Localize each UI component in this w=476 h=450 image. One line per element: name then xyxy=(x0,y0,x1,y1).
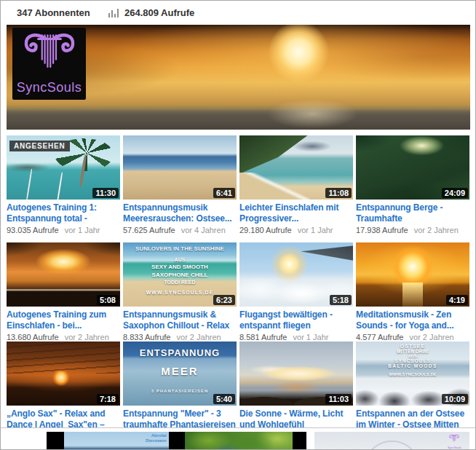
video-card[interactable]: 4:19 Meditationsmusik - Zen Sounds - for… xyxy=(356,242,469,342)
video-title-link[interactable]: Entspannungsmusik & Saxophon Chillout - … xyxy=(123,309,237,331)
video-thumbnail[interactable]: 4:19 xyxy=(356,242,469,307)
channel-page: 347 Abonnenten 264.809 Aufrufe SyncSouls… xyxy=(0,0,476,450)
video-thumbnail[interactable]: SUNLOVERS IN THE SUNSHINEAUSSEXY AND SMO… xyxy=(123,242,237,307)
video-age: vor 2 Jahren xyxy=(65,333,109,342)
mini-syncsouls-logo: SyncSouls xyxy=(447,433,461,449)
video-title-link[interactable]: Meditationsmusik - Zen Sounds - for Yoga… xyxy=(356,309,469,331)
mini-logo-text: SyncSouls xyxy=(447,446,461,449)
video-age: vor 2 Jahren xyxy=(410,333,454,342)
thumbnail-overlay-line: AUS xyxy=(123,257,237,262)
video-card[interactable]: 5:08 Autogenes Training zum Einschlafen … xyxy=(7,242,120,342)
duration-badge: 5:40 xyxy=(213,394,235,404)
video-views: 57.625 Aufrufe xyxy=(123,226,175,234)
thumbnail-overlay-line: SYNCSOULS xyxy=(356,358,469,363)
channel-banner: SyncSouls xyxy=(7,25,470,130)
thumbnail-overlay-line: SUNLOVERS IN THE SUNSHINE xyxy=(123,245,237,252)
video-card[interactable]: 6:41 Entspannungsmusik Meeresrauschen: O… xyxy=(123,135,237,235)
video-views: 93.035 Aufrufe xyxy=(7,226,59,234)
thumbnail-speaker-names: AbrolatDiesmann xyxy=(146,433,167,443)
channel-logo-text: SyncSouls xyxy=(12,80,86,95)
duration-badge: 5:08 xyxy=(97,295,119,305)
video-meta: 93.035 Aufrufe vor 1 Jahr xyxy=(7,226,120,235)
duration-badge: 11:30 xyxy=(92,188,119,198)
video-title-link[interactable]: Entspannungsmusik Meeresrauschen: Ostsee… xyxy=(123,202,237,224)
thumbnail-overlay-line: MEER xyxy=(123,365,237,377)
video-title-link[interactable]: Autogenes Training zum Einschlafen - bei… xyxy=(7,309,120,331)
shelf-video-thumbnail[interactable]: SyncSouls xyxy=(314,432,469,450)
shelf-video-thumbnail[interactable]: AbrolatDiesmann xyxy=(47,432,180,450)
video-meta: 17.938 Aufrufe vor 2 Jahren xyxy=(356,226,469,235)
video-age: vor 1 Jahr xyxy=(293,333,329,342)
video-age: vor 4 Jahren xyxy=(181,226,226,234)
video-card[interactable]: ENTSPANNUNGMEER3 PHANTASIEREISEN 5:40 En… xyxy=(123,342,237,430)
thumbnail-overlay-line: OSTSEE xyxy=(356,344,469,349)
duration-badge: 10:09 xyxy=(442,394,468,404)
subscriber-count: 347 Abonnenten xyxy=(17,1,90,25)
channel-stats-bar: 347 Abonnenten 264.809 Aufrufe xyxy=(1,1,475,25)
channel-views: 264.809 Aufrufe xyxy=(108,1,194,25)
duration-badge: 24:09 xyxy=(442,188,468,198)
duration-badge: 6:23 xyxy=(213,295,235,305)
video-thumbnail[interactable]: 7:18 xyxy=(7,342,120,406)
video-title-link[interactable]: Entspannung Berge - Traumhafte Phantasie… xyxy=(356,202,469,224)
video-age: vor 2 Jahren xyxy=(414,226,459,234)
video-card[interactable]: 7:18 „Anglo Sax" - Relax and Dance | Ang… xyxy=(7,342,120,430)
video-card[interactable]: ANGESEHEN 11:30 Autogenes Training 1: En… xyxy=(7,135,120,235)
video-thumbnail[interactable]: 24:09 xyxy=(356,135,469,200)
duration-badge: 7:18 xyxy=(97,394,119,404)
video-card[interactable]: 11:03 Die Sonne - Wärme, Licht und Wohlg… xyxy=(239,342,353,430)
thumbnail-overlay-line: MITTEN DRIN! xyxy=(356,349,469,354)
lyre-icon xyxy=(17,31,82,77)
thumbnail-overlay-text: SUNLOVERS IN THE SUNSHINEAUSSEXY AND SMO… xyxy=(123,242,237,295)
video-thumbnail[interactable]: 11:03 xyxy=(239,342,353,406)
watched-badge: ANGESEHEN xyxy=(9,141,70,151)
video-age: vor 2 Jahren xyxy=(177,333,221,342)
video-thumbnail[interactable]: OSTSEEMITTEN DRIN!AUSSYNCSOULSBALTIC MOO… xyxy=(356,342,469,406)
video-title-link[interactable]: Autogenes Training 1: Entspannung total … xyxy=(7,202,120,224)
video-title-link[interactable]: Leichter Einschlafen mit Progressiver... xyxy=(239,202,353,224)
video-thumbnail[interactable]: 11:08 xyxy=(239,135,353,200)
thumbnail-overlay-text: ENTSPANNUNGMEER3 PHANTASIEREISEN xyxy=(123,342,237,393)
video-thumbnail[interactable]: ENTSPANNUNGMEER3 PHANTASIEREISEN 5:40 xyxy=(123,342,237,406)
channel-logo[interactable]: SyncSouls xyxy=(12,28,86,100)
video-card[interactable]: 11:08 Leichter Einschlafen mit Progressi… xyxy=(239,135,353,235)
bar-chart-icon xyxy=(108,9,120,17)
thumbnail-overlay-line: WWW.SYNCSOULS.DE xyxy=(123,290,237,295)
video-card[interactable]: 24:09 Entspannung Berge - Traumhafte Pha… xyxy=(356,135,469,235)
duration-badge: 11:03 xyxy=(325,394,352,404)
video-title-link[interactable]: Flugangst bewältigen - entspannt fliegen xyxy=(239,309,353,331)
thumbnail-overlay-line: WWW.SYNCSOULS.DE xyxy=(356,372,469,376)
video-card[interactable]: SUNLOVERS IN THE SUNSHINEAUSSEXY AND SMO… xyxy=(123,242,237,342)
thumbnail-overlay-line: SAXOPHONE CHILL xyxy=(123,272,237,278)
thumbnail-overlay-text: OSTSEEMITTEN DRIN!AUSSYNCSOULSBALTIC MOO… xyxy=(356,342,469,376)
video-thumbnail[interactable]: 5:08 xyxy=(7,242,120,307)
duration-badge: 4:19 xyxy=(446,295,468,305)
lyre-icon xyxy=(447,434,461,443)
video-thumbnail[interactable]: ANGESEHEN 11:30 xyxy=(7,135,120,200)
video-age: vor 1 Jahr xyxy=(65,226,100,234)
shelf-video-thumbnail[interactable] xyxy=(180,432,306,450)
thumbnail-overlay-line: SEXY AND SMOOTH xyxy=(123,264,237,270)
duration-badge: 11:08 xyxy=(325,188,352,198)
video-meta: 57.625 Aufrufe vor 4 Jahren xyxy=(123,226,237,235)
video-views: 4.577 Aufrufe xyxy=(356,333,403,342)
video-thumbnail[interactable]: 6:41 xyxy=(123,135,237,200)
video-meta: 29.180 Aufrufe vor 1 Jahr xyxy=(239,226,353,235)
thumbnail-overlay-line: 3 PHANTASIEREISEN xyxy=(123,389,237,393)
thumbnail-overlay-line: TODDI REED xyxy=(123,280,237,285)
video-card[interactable]: OSTSEEMITTEN DRIN!AUSSYNCSOULSBALTIC MOO… xyxy=(356,342,469,430)
video-age: vor 1 Jahr xyxy=(298,226,333,234)
channel-views-count: 264.809 Aufrufe xyxy=(124,7,194,18)
video-card[interactable]: 5:18 Flugangst bewältigen - entspannt fl… xyxy=(239,242,353,342)
duration-badge: 5:18 xyxy=(330,295,352,305)
thumbnail-overlay-line: BALTIC MOODS xyxy=(356,363,469,368)
bottom-video-shelf: AbrolatDiesmannSyncSouls xyxy=(1,427,475,449)
thumbnail-overlay-line: ENTSPANNUNG xyxy=(123,347,237,358)
duration-badge: 6:41 xyxy=(213,188,235,198)
video-views: 8.581 Aufrufe xyxy=(239,333,287,342)
video-views: 17.938 Aufrufe xyxy=(356,226,408,234)
video-views: 8.833 Aufrufe xyxy=(123,333,170,342)
video-thumbnail[interactable]: 5:18 xyxy=(239,242,353,307)
video-views: 13.680 Aufrufe xyxy=(7,333,59,342)
video-views: 29.180 Aufrufe xyxy=(239,226,292,234)
